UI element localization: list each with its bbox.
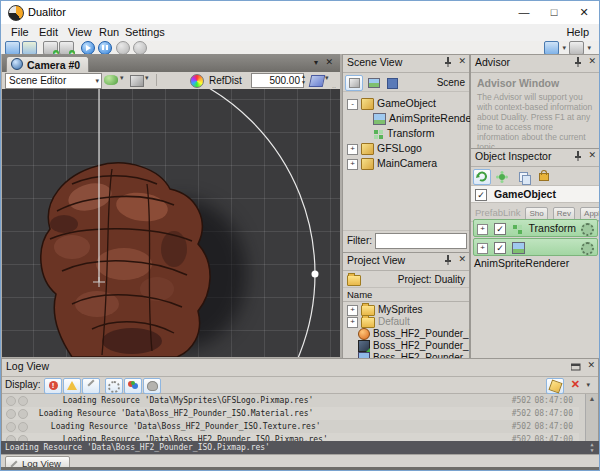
log-view-header[interactable]: Log View ✕: [2, 359, 598, 377]
tree-item-gameobject[interactable]: -GameObject: [347, 96, 436, 110]
log-time: 08:47:00: [534, 407, 573, 420]
clone-object-icon[interactable]: [515, 169, 533, 185]
menu-bar: File Edit View Run Settings Help: [1, 24, 599, 41]
message-filter-icon[interactable]: [82, 378, 100, 394]
component-row-transform[interactable]: + ✓ Transform: [473, 219, 598, 237]
close-panel-icon[interactable]: ✕: [587, 360, 595, 370]
close-panel-icon[interactable]: ✕: [458, 56, 466, 66]
column-name[interactable]: Name: [347, 289, 372, 300]
log-count: #502: [512, 407, 531, 420]
tree-item-gfslogo[interactable]: +GFSLogo: [347, 141, 422, 155]
error-filter-icon[interactable]: !: [44, 378, 62, 394]
color-wheel-icon[interactable]: [190, 74, 204, 88]
expander-icon[interactable]: +: [347, 144, 358, 155]
pin-icon[interactable]: [444, 255, 452, 267]
remove-log-icon[interactable]: ✕: [571, 378, 580, 391]
step-icon[interactable]: [98, 41, 112, 55]
component-row-animspriterenderer[interactable]: + ✓ AnimSpriteRenderer: [473, 238, 598, 256]
menu-help[interactable]: Help: [560, 25, 595, 40]
tree-item-transform[interactable]: Transform: [373, 126, 434, 140]
component-checkbox[interactable]: ✓: [494, 223, 506, 235]
warning-filter-icon[interactable]: [63, 378, 81, 394]
tab-camera-0[interactable]: Camera #0: [6, 56, 89, 73]
new-view-icon[interactable]: [544, 41, 559, 55]
new-scene-icon[interactable]: +: [43, 41, 58, 55]
game-filter-icon[interactable]: [143, 378, 161, 394]
parallax-view-icon[interactable]: [309, 75, 326, 87]
log-count: #502: [512, 420, 531, 433]
object-inspector-title: Object Inspector: [475, 150, 551, 162]
layout-icon[interactable]: [569, 41, 584, 55]
menu-settings[interactable]: Settings: [119, 25, 171, 40]
open-folder-icon[interactable]: [347, 275, 361, 286]
object-inspector-header[interactable]: Object Inspector ✕: [471, 149, 599, 167]
close-panel-icon[interactable]: ✕: [588, 56, 596, 66]
editor-mode-select[interactable]: Scene Editor ▾: [5, 73, 102, 89]
lock-icon[interactable]: [535, 169, 553, 185]
menu-edit[interactable]: Edit: [33, 25, 64, 40]
advisor-header[interactable]: Advisor ✕: [471, 55, 599, 73]
pin-icon[interactable]: [574, 151, 582, 163]
close-panel-icon[interactable]: ✕: [458, 254, 466, 264]
minimize-button[interactable]: —: [509, 1, 539, 24]
pin-icon[interactable]: [444, 57, 452, 69]
sort-properties-icon[interactable]: [493, 169, 511, 185]
editor-filter-icon[interactable]: [124, 378, 142, 394]
clear-log-icon[interactable]: [546, 378, 564, 394]
component-checkbox[interactable]: ✓: [494, 242, 506, 254]
step-bar-icon: [106, 45, 108, 50]
background-color-icon[interactable]: [104, 75, 118, 85]
status-scroll-icons[interactable]: ▲▼: [587, 441, 597, 454]
component-settings-gear-icon[interactable]: [581, 242, 594, 255]
maximize-button[interactable]: □: [539, 1, 569, 24]
chevron-down-icon[interactable]: ▾: [586, 381, 590, 389]
play-icon[interactable]: [81, 41, 95, 55]
filter-input[interactable]: [375, 233, 467, 249]
refdist-input[interactable]: 500.00: [251, 73, 304, 88]
close-panel-icon[interactable]: ✕: [588, 150, 596, 160]
gameobject-icon: [361, 158, 374, 170]
scroll-up-icon[interactable]: ▲: [586, 394, 598, 404]
chevron-down-icon[interactable]: ▾: [325, 74, 329, 82]
chevron-down-icon[interactable]: ▾: [562, 44, 566, 52]
dock-icon[interactable]: [571, 361, 581, 373]
spinner-arrows[interactable]: ▲▼: [301, 73, 306, 85]
component-settings-gear-icon[interactable]: [581, 223, 594, 236]
chevron-down-icon[interactable]: ▾: [587, 44, 591, 52]
auto-refresh-icon[interactable]: [473, 169, 491, 185]
log-entry[interactable]: Loading Resource 'Data\MySprites\GFSLogo…: [2, 394, 579, 407]
render-mode-cube-icon[interactable]: [130, 75, 144, 87]
tree-item-maincamera[interactable]: +MainCamera: [347, 156, 437, 170]
save-scene-icon[interactable]: [383, 75, 401, 91]
active-checkbox[interactable]: ✓: [475, 189, 487, 201]
tab-close-icon[interactable]: ✕: [325, 57, 333, 67]
pin-icon[interactable]: [574, 57, 582, 69]
project-view-header[interactable]: Project View ✕: [343, 253, 469, 271]
log-entry[interactable]: Loading Resource 'Data\Boss_HF2_Pounder_…: [2, 420, 579, 433]
scene-editor-viewport[interactable]: [2, 89, 340, 357]
menu-file[interactable]: File: [5, 25, 35, 40]
new-project-icon[interactable]: [5, 41, 20, 55]
expander-icon[interactable]: +: [347, 159, 358, 170]
core-filter-icon[interactable]: [105, 378, 123, 394]
chevron-down-icon[interactable]: ▾: [120, 74, 124, 82]
close-button[interactable]: ✕: [569, 1, 599, 24]
toolbar-overflow-grip[interactable]: ‥: [332, 82, 336, 89]
chevron-down-icon[interactable]: ▾: [145, 74, 149, 82]
expander-icon[interactable]: +: [477, 224, 488, 235]
expander-icon[interactable]: +: [347, 317, 358, 328]
gameobject-mode-icon[interactable]: [345, 75, 363, 91]
log-filter-toolbar: Display: ! ✕ ▾: [2, 377, 598, 394]
selection-gizmo[interactable]: [2, 89, 340, 357]
open-scene-icon[interactable]: +: [59, 41, 74, 55]
tree-label: Default: [378, 316, 410, 327]
open-project-icon[interactable]: [22, 41, 37, 55]
tree-item-animspriterenderer[interactable]: AnimSpriteRenderer: [373, 111, 484, 125]
expander-icon[interactable]: -: [347, 99, 358, 110]
new-gameobject-icon[interactable]: [365, 75, 383, 91]
tab-list-dropdown-icon[interactable]: ▾: [314, 58, 318, 67]
scene-view-header[interactable]: Scene View ✕: [343, 55, 469, 73]
expander-icon[interactable]: +: [477, 243, 488, 254]
log-entry[interactable]: Loading Resource 'Data\Boss_HF2_Pounder_…: [2, 407, 579, 420]
app-logo-icon: [8, 5, 24, 21]
